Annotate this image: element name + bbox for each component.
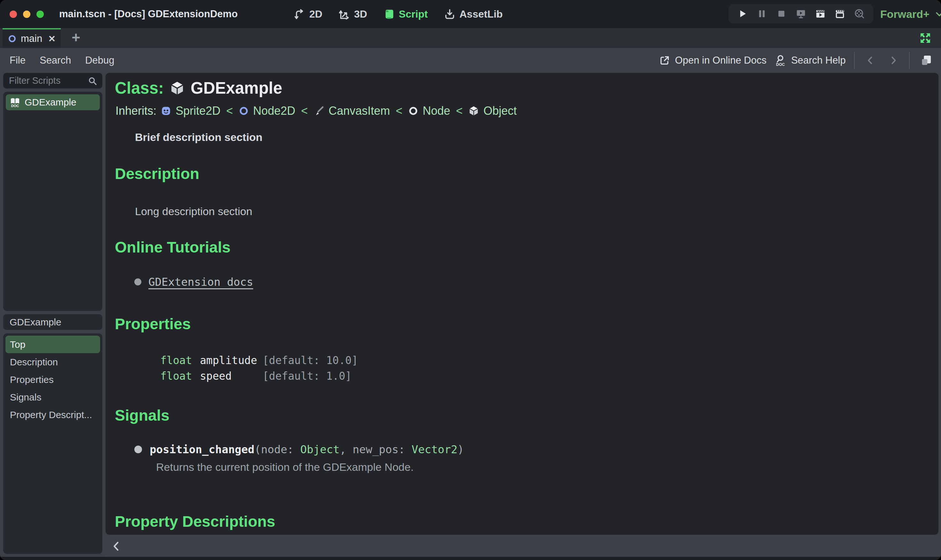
play-remote-button[interactable] (793, 5, 809, 22)
brief-description: Brief description section (135, 131, 262, 143)
workspace-3d-label: 3D (354, 8, 367, 20)
node2d-icon (239, 106, 249, 116)
open-online-docs-label: Open in Online Docs (675, 55, 767, 66)
workspace-3d-button[interactable]: 3D (338, 8, 367, 20)
member-item-properties[interactable]: Properties (5, 371, 100, 388)
menus: File Search Debug (0, 55, 122, 66)
add-tab-button[interactable]: + (68, 28, 84, 47)
minimize-window-button[interactable] (23, 11, 30, 18)
search-icon (88, 76, 97, 86)
node-icon (8, 34, 17, 43)
menu-debug[interactable]: Debug (78, 55, 121, 66)
member-item-top[interactable]: Top (5, 335, 100, 353)
svg-text:DOC: DOC (776, 62, 785, 66)
member-item-signals[interactable]: Signals (5, 388, 100, 406)
selected-class-header: GDExample (3, 314, 102, 330)
scene-tab-bar: main ✕ + (0, 28, 941, 48)
inherits-separator: < (225, 104, 234, 118)
member-item-property-descriptions[interactable]: Property Descript... (5, 406, 100, 423)
inherits-link-sprite2d[interactable]: Sprite2D (176, 104, 221, 118)
zoom-window-button[interactable] (37, 11, 44, 18)
inherits-label: Inherits: (116, 104, 156, 118)
property-default: [default: 10.0] (262, 354, 358, 367)
script-editor-workspace: DOC GDExample GDExample Top Description … (0, 73, 941, 557)
class-doc-page: Class: GDExample Inherits: Sprite2D < No… (106, 73, 938, 535)
external-link-icon (659, 55, 670, 66)
property-row: float speed [default: 1.0] (160, 370, 352, 382)
canvasitem-brush-icon (313, 106, 324, 116)
play-custom-scene-button[interactable] (831, 5, 848, 22)
tab-main-label: main (21, 33, 42, 45)
close-window-button[interactable] (9, 11, 17, 18)
window-title: main.tscn - [Docs] GDExtensionDemo (59, 0, 238, 28)
menu-search[interactable]: Search (32, 55, 78, 66)
description-heading: Description (115, 165, 199, 183)
script-icon (383, 8, 395, 20)
window-bottom-edge (0, 557, 941, 560)
collapse-panel-button[interactable] (110, 540, 123, 553)
renderer-label: Forward+ (880, 8, 930, 20)
long-description: Long description section (135, 205, 252, 218)
distraction-free-mode-button[interactable] (919, 28, 932, 48)
history-back-button[interactable] (863, 55, 878, 66)
property-default: [default: 1.0] (262, 370, 352, 382)
property-descriptions-heading: Property Descriptions (115, 513, 275, 530)
search-help-button[interactable]: DOC Search Help (775, 54, 846, 66)
3d-icon (338, 8, 350, 20)
movie-maker-button[interactable] (851, 5, 868, 22)
menu-bar-right: Open in Online Docs DOC Search Help (659, 52, 941, 69)
inherits-separator: < (394, 104, 404, 118)
property-name[interactable]: amplitude (200, 354, 262, 367)
inherits-separator: < (299, 104, 309, 118)
class-label: Class: (115, 78, 164, 97)
property-name[interactable]: speed (200, 370, 262, 382)
play-button[interactable] (734, 5, 751, 22)
run-toolbar (729, 4, 873, 23)
member-item-description[interactable]: Description (5, 353, 100, 371)
signal-name: position_changed (150, 443, 255, 456)
workspace-assetlib-label: AssetLib (460, 8, 503, 20)
signal-description: Returns the current position of the GDEx… (156, 461, 413, 473)
pause-button[interactable] (754, 5, 770, 22)
divider (909, 52, 910, 69)
play-scene-button[interactable] (812, 5, 829, 22)
filter-scripts-field[interactable] (3, 73, 102, 89)
workspace-switcher: 2D 3D Script AssetLib (294, 0, 503, 28)
workspace-script-button[interactable]: Script (383, 8, 428, 20)
inherits-link-node2d[interactable]: Node2D (253, 104, 295, 118)
workspace-assetlib-button[interactable]: AssetLib (444, 8, 503, 20)
workspace-script-label: Script (399, 8, 428, 20)
workspace-2d-button[interactable]: 2D (294, 8, 322, 20)
open-online-docs-button[interactable]: Open in Online Docs (659, 55, 767, 66)
filter-scripts-input[interactable] (8, 75, 88, 86)
scripts-list: DOC GDExample (3, 92, 102, 311)
tutorial-item: GDExtension docs (134, 275, 253, 288)
close-tab-icon[interactable]: ✕ (48, 34, 56, 44)
menu-file[interactable]: File (9, 55, 32, 66)
script-editor-menu-bar: File Search Debug Open in Online Docs DO… (0, 48, 941, 73)
inherits-link-canvasitem[interactable]: CanvasItem (329, 104, 390, 118)
expand-icon (919, 31, 932, 45)
chevron-down-icon (935, 9, 941, 19)
script-item-gdexample[interactable]: DOC GDExample (6, 94, 100, 110)
inherits-row: Inherits: Sprite2D < Node2D < CanvasItem… (116, 104, 517, 118)
property-type[interactable]: float (160, 370, 200, 382)
class-name: GDExample (191, 78, 282, 97)
stop-button[interactable] (773, 5, 790, 22)
renderer-selector[interactable]: Forward+ (880, 0, 941, 28)
doc-bottom-bar (106, 536, 941, 557)
node-icon (408, 106, 418, 116)
inherits-link-object[interactable]: Object (483, 104, 517, 118)
assetlib-icon (444, 8, 455, 20)
bullet-icon (134, 278, 141, 285)
history-forward-button[interactable] (886, 55, 901, 66)
tutorial-link[interactable]: GDExtension docs (148, 275, 253, 288)
inherits-link-node[interactable]: Node (423, 104, 450, 118)
signal-arg-type[interactable]: Vector2 (412, 443, 457, 456)
signal-arg-type[interactable]: Object (300, 443, 340, 456)
property-row: float amplitude [default: 10.0] (160, 354, 358, 367)
class-header: Class: GDExample (115, 78, 282, 97)
toggle-scripts-panel-button[interactable] (918, 54, 935, 67)
tab-main[interactable]: main ✕ (3, 28, 61, 48)
property-type[interactable]: float (160, 354, 200, 367)
